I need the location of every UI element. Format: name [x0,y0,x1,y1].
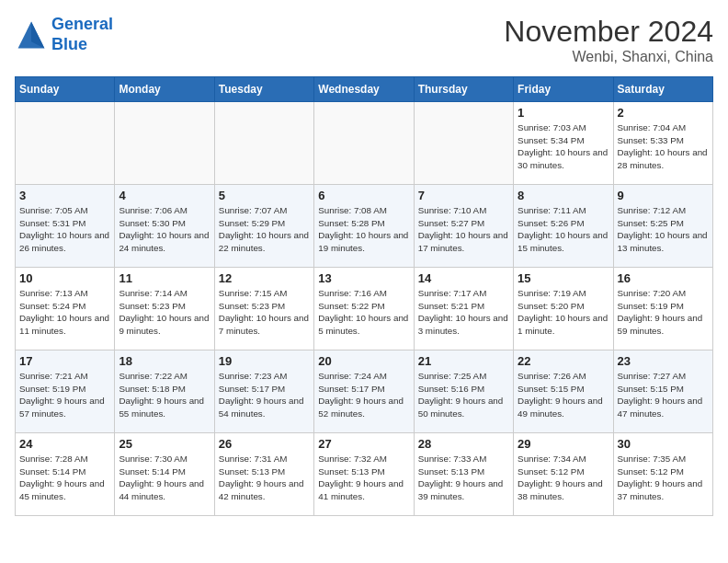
day-number: 9 [618,189,709,202]
day-info: Sunrise: 7:25 AM Sunset: 5:16 PM Dayligh… [418,370,509,420]
day-header-tuesday: Tuesday [214,77,313,102]
calendar-header-row: SundayMondayTuesdayWednesdayThursdayFrid… [16,77,713,102]
logo: General Blue [15,15,113,54]
calendar-cell: 2Sunrise: 7:04 AM Sunset: 5:33 PM Daylig… [613,102,712,185]
day-info: Sunrise: 7:10 AM Sunset: 5:27 PM Dayligh… [418,204,509,255]
calendar-cell: 3Sunrise: 7:05 AM Sunset: 5:31 PM Daylig… [16,185,115,268]
calendar-cell: 26Sunrise: 7:31 AM Sunset: 5:13 PM Dayli… [214,433,313,516]
day-info: Sunrise: 7:30 AM Sunset: 5:14 PM Dayligh… [119,453,210,503]
calendar-week-4: 17Sunrise: 7:21 AM Sunset: 5:19 PM Dayli… [16,350,713,433]
day-info: Sunrise: 7:35 AM Sunset: 5:12 PM Dayligh… [618,453,709,503]
day-info: Sunrise: 7:08 AM Sunset: 5:28 PM Dayligh… [318,204,409,255]
calendar-cell: 6Sunrise: 7:08 AM Sunset: 5:28 PM Daylig… [314,185,414,268]
day-number: 18 [119,354,210,368]
calendar-week-1: 1Sunrise: 7:03 AM Sunset: 5:34 PM Daylig… [16,102,713,185]
day-info: Sunrise: 7:22 AM Sunset: 5:18 PM Dayligh… [119,370,210,420]
day-number: 13 [318,271,409,285]
calendar-cell: 19Sunrise: 7:23 AM Sunset: 5:17 PM Dayli… [214,350,313,433]
day-info: Sunrise: 7:31 AM Sunset: 5:13 PM Dayligh… [219,453,310,503]
day-number: 17 [19,354,110,368]
title-block: November 2024 Wenbi, Shanxi, China [504,15,713,65]
calendar-cell: 1Sunrise: 7:03 AM Sunset: 5:34 PM Daylig… [514,102,613,185]
calendar-cell [314,102,414,185]
calendar-cell: 11Sunrise: 7:14 AM Sunset: 5:23 PM Dayli… [115,268,214,350]
calendar-cell [414,102,513,185]
day-info: Sunrise: 7:05 AM Sunset: 5:31 PM Dayligh… [19,204,110,255]
calendar-week-2: 3Sunrise: 7:05 AM Sunset: 5:31 PM Daylig… [16,185,713,268]
calendar-cell: 14Sunrise: 7:17 AM Sunset: 5:21 PM Dayli… [414,268,513,350]
day-info: Sunrise: 7:11 AM Sunset: 5:26 PM Dayligh… [518,204,609,255]
day-number: 28 [418,437,509,451]
calendar-cell [16,102,115,185]
day-info: Sunrise: 7:13 AM Sunset: 5:24 PM Dayligh… [19,287,110,338]
day-info: Sunrise: 7:23 AM Sunset: 5:17 PM Dayligh… [219,370,310,420]
day-number: 14 [418,271,509,285]
logo-text: General Blue [51,15,113,54]
day-info: Sunrise: 7:26 AM Sunset: 5:15 PM Dayligh… [518,370,609,420]
day-info: Sunrise: 7:20 AM Sunset: 5:19 PM Dayligh… [618,287,709,338]
calendar-cell: 9Sunrise: 7:12 AM Sunset: 5:25 PM Daylig… [613,185,712,268]
day-number: 26 [219,437,310,451]
calendar-cell: 30Sunrise: 7:35 AM Sunset: 5:12 PM Dayli… [613,433,712,516]
day-info: Sunrise: 7:17 AM Sunset: 5:21 PM Dayligh… [418,287,509,338]
day-number: 8 [518,189,609,202]
day-info: Sunrise: 7:16 AM Sunset: 5:22 PM Dayligh… [318,287,409,338]
day-number: 10 [19,271,110,285]
day-info: Sunrise: 7:04 AM Sunset: 5:33 PM Dayligh… [618,121,709,172]
calendar-cell: 7Sunrise: 7:10 AM Sunset: 5:27 PM Daylig… [414,185,513,268]
day-info: Sunrise: 7:12 AM Sunset: 5:25 PM Dayligh… [618,204,709,255]
day-info: Sunrise: 7:34 AM Sunset: 5:12 PM Dayligh… [518,453,609,503]
day-header-wednesday: Wednesday [314,77,414,102]
day-header-sunday: Sunday [16,77,115,102]
logo-icon [15,18,48,52]
day-number: 12 [219,271,310,285]
calendar-week-3: 10Sunrise: 7:13 AM Sunset: 5:24 PM Dayli… [16,268,713,350]
calendar-cell: 23Sunrise: 7:27 AM Sunset: 5:15 PM Dayli… [613,350,712,433]
calendar-table: SundayMondayTuesdayWednesdayThursdayFrid… [15,76,713,516]
calendar-cell: 17Sunrise: 7:21 AM Sunset: 5:19 PM Dayli… [16,350,115,433]
day-number: 20 [318,354,409,368]
day-info: Sunrise: 7:32 AM Sunset: 5:13 PM Dayligh… [318,453,409,503]
day-number: 21 [418,354,509,368]
calendar-cell: 8Sunrise: 7:11 AM Sunset: 5:26 PM Daylig… [514,185,613,268]
day-info: Sunrise: 7:27 AM Sunset: 5:15 PM Dayligh… [618,370,709,420]
calendar-cell: 22Sunrise: 7:26 AM Sunset: 5:15 PM Dayli… [514,350,613,433]
day-number: 15 [518,271,609,285]
day-info: Sunrise: 7:14 AM Sunset: 5:23 PM Dayligh… [119,287,210,338]
day-header-saturday: Saturday [613,77,712,102]
day-header-monday: Monday [115,77,214,102]
day-info: Sunrise: 7:03 AM Sunset: 5:34 PM Dayligh… [518,121,609,172]
day-info: Sunrise: 7:07 AM Sunset: 5:29 PM Dayligh… [219,204,310,255]
day-info: Sunrise: 7:06 AM Sunset: 5:30 PM Dayligh… [119,204,210,255]
day-number: 1 [518,106,609,120]
day-number: 16 [618,271,709,285]
calendar-cell: 15Sunrise: 7:19 AM Sunset: 5:20 PM Dayli… [514,268,613,350]
calendar-cell: 12Sunrise: 7:15 AM Sunset: 5:23 PM Dayli… [214,268,313,350]
logo-line1: General [51,15,113,33]
calendar-cell: 20Sunrise: 7:24 AM Sunset: 5:17 PM Dayli… [314,350,414,433]
day-info: Sunrise: 7:24 AM Sunset: 5:17 PM Dayligh… [318,370,409,420]
day-number: 3 [19,189,110,202]
day-number: 2 [618,106,709,120]
calendar-cell: 24Sunrise: 7:28 AM Sunset: 5:14 PM Dayli… [16,433,115,516]
day-number: 7 [418,189,509,202]
calendar-cell: 18Sunrise: 7:22 AM Sunset: 5:18 PM Dayli… [115,350,214,433]
day-number: 6 [318,189,409,202]
day-info: Sunrise: 7:21 AM Sunset: 5:19 PM Dayligh… [19,370,110,420]
location: Wenbi, Shanxi, China [504,49,713,65]
day-number: 5 [219,189,310,202]
day-number: 30 [618,437,709,451]
calendar-cell: 25Sunrise: 7:30 AM Sunset: 5:14 PM Dayli… [115,433,214,516]
day-number: 27 [318,437,409,451]
day-info: Sunrise: 7:33 AM Sunset: 5:13 PM Dayligh… [418,453,509,503]
logo-line2: Blue [51,35,87,53]
day-number: 22 [518,354,609,368]
day-number: 29 [518,437,609,451]
page-header: General Blue November 2024 Wenbi, Shanxi… [15,15,713,65]
month-title: November 2024 [504,15,713,49]
day-number: 23 [618,354,709,368]
calendar-cell: 27Sunrise: 7:32 AM Sunset: 5:13 PM Dayli… [314,433,414,516]
day-info: Sunrise: 7:19 AM Sunset: 5:20 PM Dayligh… [518,287,609,338]
day-number: 25 [119,437,210,451]
day-number: 19 [219,354,310,368]
